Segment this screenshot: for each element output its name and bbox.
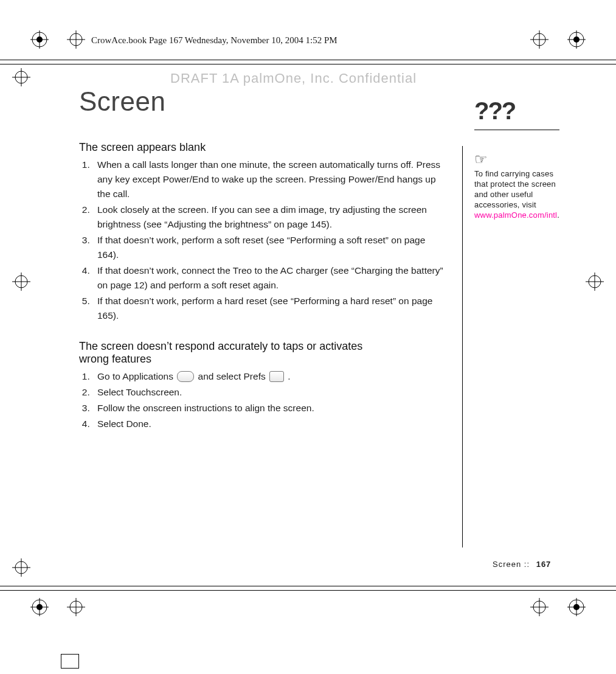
tip-text-tail: .: [557, 210, 559, 220]
tip-link[interactable]: www.palmOne.com/intl: [474, 210, 557, 220]
crop-target-icon: [67, 30, 85, 49]
steps-tap-inaccuracy: Go to Applications and select Prefs . Se…: [79, 369, 444, 431]
subheading-blank-screen: The screen appears blank: [79, 141, 444, 154]
steps-blank-screen: When a call lasts longer than one minute…: [79, 158, 444, 323]
running-header: CrowAce.book Page 167 Wednesday, Novembe…: [91, 35, 337, 46]
footer-page-number: 167: [536, 560, 552, 569]
step-item: If that doesn’t work, connect the Treo t…: [92, 263, 444, 293]
step-item: Select Done.: [92, 417, 444, 431]
tip-text-lead: To find carrying cases that protect the …: [474, 169, 556, 209]
corner-box-icon: [61, 654, 79, 669]
horizontal-rule: [0, 590, 616, 591]
step-item: Follow the onscreen instructions to alig…: [92, 401, 444, 415]
footer-section-label: Screen ::: [493, 560, 530, 569]
pointing-hand-icon: ☞: [474, 152, 559, 167]
crop-target-icon: [530, 30, 549, 49]
horizontal-rule: [0, 60, 616, 60]
step-text: .: [288, 371, 290, 381]
step-item: If that doesn’t work, perform a soft res…: [92, 233, 444, 262]
applications-icon: [177, 371, 194, 382]
horizontal-rule: [0, 64, 616, 64]
crop-target-icon: [530, 598, 549, 616]
question-marks-icon: ???: [474, 97, 559, 125]
vertical-divider: [462, 146, 463, 547]
crop-target-icon: [12, 558, 30, 577]
section-title: Screen: [79, 86, 444, 117]
step-item: If that doesn’t work, perform a hard res…: [92, 294, 444, 323]
crop-target-icon: [12, 273, 30, 291]
sidebar-tip: To find carrying cases that protect the …: [474, 169, 559, 220]
step-item: Go to Applications and select Prefs .: [92, 369, 444, 384]
crop-target-icon: [586, 273, 604, 291]
step-text: Go to Applications: [97, 371, 176, 381]
step-item: Look closely at the screen. If you can s…: [92, 203, 444, 232]
horizontal-rule: [0, 586, 616, 586]
step-item: Select Touchscreen.: [92, 385, 444, 400]
crop-target-icon: [12, 68, 30, 86]
page-footer: Screen :: 167: [493, 560, 551, 569]
registration-mark-icon: [567, 598, 586, 616]
step-item: When a call lasts longer than one minute…: [92, 158, 444, 201]
subheading-tap-inaccuracy: The screen doesn’t respond accurately to…: [79, 340, 395, 366]
registration-mark-icon: [30, 598, 49, 616]
crop-target-icon: [67, 598, 85, 616]
draft-watermark: DRAFT 1A palmOne, Inc. Confidential: [170, 71, 417, 86]
horizontal-rule: [474, 130, 559, 130]
registration-mark-icon: [30, 30, 49, 49]
registration-mark-icon: [567, 30, 586, 49]
step-text: and select Prefs: [198, 371, 268, 381]
prefs-icon: [269, 371, 284, 382]
